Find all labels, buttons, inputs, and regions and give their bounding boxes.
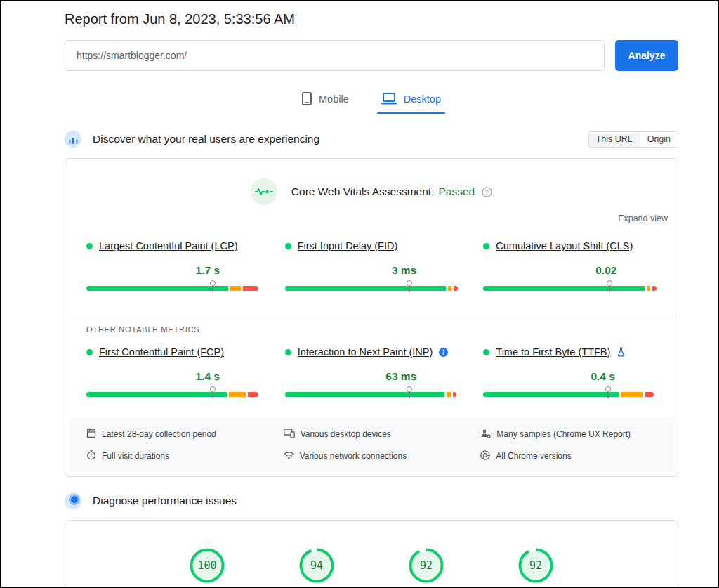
cwv-assessment-label: Core Web Vitals Assessment: bbox=[291, 185, 435, 198]
tab-mobile-label: Mobile bbox=[319, 93, 349, 105]
info-icon[interactable] bbox=[439, 348, 448, 357]
distribution-bar bbox=[86, 286, 260, 291]
expand-view-button[interactable]: Expand view bbox=[65, 214, 678, 223]
calendar-icon bbox=[86, 428, 96, 440]
svg-text:100: 100 bbox=[197, 559, 216, 572]
needs-improvement-segment bbox=[229, 392, 246, 397]
scope-toggle: This URL Origin bbox=[588, 131, 678, 148]
value-marker-pin bbox=[605, 280, 614, 292]
chrome-ux-report-link[interactable]: Chrome UX Report bbox=[556, 429, 628, 439]
svg-text:?: ? bbox=[485, 188, 489, 195]
help-icon[interactable]: ? bbox=[482, 187, 492, 197]
metric-link[interactable]: First Contentful Paint (FCP) bbox=[99, 346, 224, 358]
score-gauge-best-practices[interactable]: 92 Best Practices bbox=[393, 547, 460, 588]
scope-origin-button[interactable]: Origin bbox=[640, 132, 678, 147]
good-dot-icon bbox=[285, 349, 291, 355]
score-gauges: 100 Performance 94 Accessibility 92 Best… bbox=[65, 547, 678, 588]
stopwatch-icon bbox=[86, 450, 96, 462]
footnote-item: Latest 28-day collection period bbox=[86, 428, 263, 440]
network-icon bbox=[284, 451, 294, 462]
url-input[interactable] bbox=[65, 40, 605, 71]
field-data-card: Core Web Vitals Assessment: Passed ? Exp… bbox=[65, 158, 678, 477]
needs-improvement-segment bbox=[647, 286, 650, 291]
metric-lcp: Largest Contentful Paint (LCP) 1.7 s bbox=[86, 240, 260, 292]
main-content: Report from Jun 8, 2023, 5:33:56 AM Anal… bbox=[65, 11, 678, 588]
distribution-bar bbox=[86, 392, 260, 397]
good-segment bbox=[483, 286, 644, 291]
good-dot-icon bbox=[483, 243, 489, 249]
metric-value: 1.7 s bbox=[196, 264, 220, 277]
poor-segment bbox=[454, 286, 457, 291]
needs-improvement-segment bbox=[448, 286, 451, 291]
metric-cls: Cumulative Layout Shift (CLS) 0.02 bbox=[483, 240, 657, 292]
svg-text:92: 92 bbox=[420, 559, 433, 572]
pagespeed-insights-page: { "header": { "title": "Report from Jun … bbox=[0, 0, 719, 588]
cwv-assessment-result: Passed bbox=[438, 185, 475, 198]
metric-link[interactable]: Largest Contentful Paint (LCP) bbox=[99, 240, 237, 251]
metric-inp: Interaction to Next Paint (INP) 63 ms bbox=[285, 346, 459, 398]
metric-value: 0.4 s bbox=[591, 370, 614, 383]
good-dot-icon bbox=[285, 243, 291, 249]
page-title: Report from Jun 8, 2023, 5:33:56 AM bbox=[65, 11, 678, 27]
metric-ttfb: Time to First Byte (TTFB) 0.4 s bbox=[483, 346, 657, 398]
metric-value: 0.02 bbox=[595, 264, 616, 277]
lab-data-title: Diagnose performance issues bbox=[93, 495, 237, 507]
score-gauge-performance[interactable]: 100 Performance bbox=[173, 547, 241, 588]
flask-icon[interactable] bbox=[616, 347, 626, 357]
scope-this-url-button[interactable]: This URL bbox=[589, 132, 640, 147]
samples-icon bbox=[480, 429, 491, 440]
needs-improvement-segment bbox=[230, 286, 241, 291]
device-tabs: Mobile Desktop bbox=[65, 89, 678, 114]
good-segment bbox=[86, 286, 228, 291]
poor-segment bbox=[453, 392, 456, 397]
good-segment bbox=[285, 392, 444, 397]
metric-fid: First Input Delay (FID) 3 ms bbox=[285, 240, 459, 292]
metric-fcp: First Contentful Paint (FCP) 1.4 s bbox=[86, 346, 260, 398]
value-marker-pin bbox=[209, 386, 217, 398]
footnote-item: All Chrome versions bbox=[480, 450, 657, 462]
core-web-vitals-grid: Largest Contentful Paint (LCP) 1.7 s Fir… bbox=[65, 240, 678, 292]
metric-value: 1.4 s bbox=[196, 370, 220, 383]
needs-improvement-segment bbox=[447, 392, 451, 397]
field-data-section-header: Discover what your real users are experi… bbox=[65, 131, 678, 148]
needs-improvement-segment bbox=[621, 392, 643, 397]
svg-text:94: 94 bbox=[310, 559, 323, 572]
score-gauge-seo[interactable]: 92 SEO bbox=[502, 547, 569, 588]
score-gauge-accessibility[interactable]: 94 Accessibility bbox=[283, 547, 350, 588]
lighthouse-card: 100 Performance 94 Accessibility 92 Best… bbox=[65, 520, 678, 588]
other-metrics-label: OTHER NOTABLE METRICS bbox=[65, 315, 678, 334]
svg-text:92: 92 bbox=[529, 559, 542, 572]
metric-link[interactable]: First Input Delay (FID) bbox=[298, 240, 398, 251]
poor-segment bbox=[652, 286, 656, 291]
tab-mobile[interactable]: Mobile bbox=[296, 89, 355, 114]
other-metrics-grid: First Contentful Paint (FCP) 1.4 s Inter… bbox=[65, 346, 678, 398]
footnote-item: Many samples (Chrome UX Report) bbox=[480, 428, 657, 440]
devices-icon bbox=[284, 429, 295, 440]
tab-desktop-label: Desktop bbox=[404, 93, 441, 105]
field-data-title: Discover what your real users are experi… bbox=[93, 133, 319, 145]
good-dot-icon bbox=[86, 243, 93, 249]
laptop-icon bbox=[381, 93, 397, 105]
metric-link[interactable]: Time to First Byte (TTFB) bbox=[496, 346, 610, 358]
lab-data-section-header: Diagnose performance issues bbox=[65, 492, 678, 509]
good-dot-icon bbox=[86, 349, 93, 355]
chrome-icon bbox=[480, 450, 490, 462]
value-marker-pin bbox=[405, 386, 414, 398]
footnote-item: Full visit durations bbox=[86, 450, 263, 462]
lab-data-icon bbox=[65, 492, 81, 509]
metric-link[interactable]: Interaction to Next Paint (INP) bbox=[298, 346, 433, 358]
good-dot-icon bbox=[483, 349, 489, 355]
distribution-bar bbox=[483, 286, 657, 291]
url-bar: Analyze bbox=[65, 40, 678, 71]
footnote-item: Various desktop devices bbox=[284, 428, 460, 440]
distribution-bar bbox=[285, 392, 459, 397]
distribution-bar bbox=[285, 286, 459, 291]
footnote-item: Various network connections bbox=[284, 450, 460, 462]
distribution-bar bbox=[483, 392, 657, 397]
analyze-button[interactable]: Analyze bbox=[615, 40, 678, 71]
poor-segment bbox=[645, 392, 654, 397]
metric-link[interactable]: Cumulative Layout Shift (CLS) bbox=[496, 240, 633, 251]
collection-footnotes: Latest 28-day collection period Various … bbox=[70, 418, 673, 472]
field-data-icon bbox=[65, 131, 81, 148]
tab-desktop[interactable]: Desktop bbox=[376, 89, 447, 114]
